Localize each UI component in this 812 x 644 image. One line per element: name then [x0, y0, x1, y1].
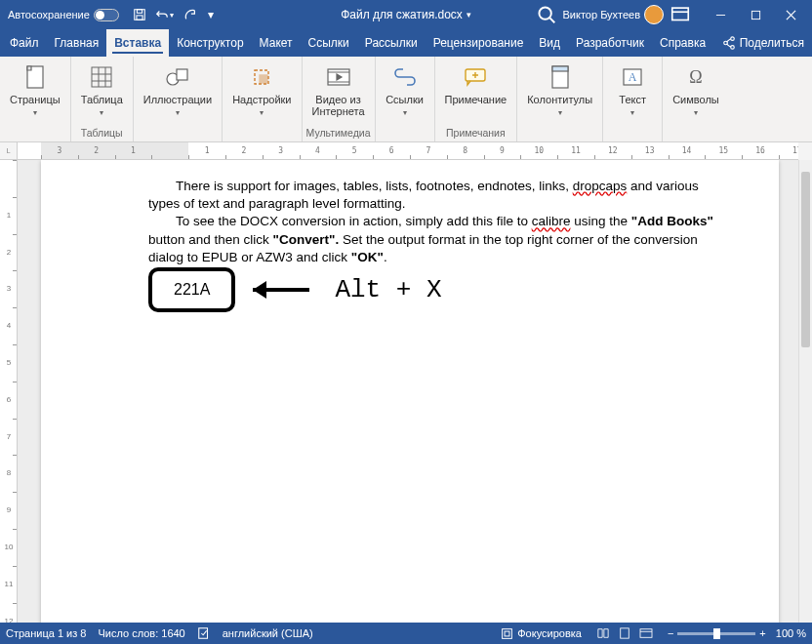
- status-proofing[interactable]: [197, 626, 211, 640]
- zoom-in-button[interactable]: +: [759, 627, 765, 639]
- autosave-label: Автосохранение: [8, 9, 90, 20]
- filename-text: Файл для сжатия.docx: [341, 8, 463, 21]
- print-layout-button[interactable]: [615, 624, 634, 642]
- textbox-icon: A: [618, 62, 647, 92]
- chevron-down-icon[interactable]: ▾: [467, 10, 471, 20]
- undo-button[interactable]: ▾: [154, 4, 176, 25]
- group-comments: Примечание Примечания: [435, 57, 518, 141]
- web-layout-button[interactable]: [636, 624, 656, 642]
- hotkey-label: Alt + X: [335, 275, 441, 304]
- maximize-button[interactable]: [738, 0, 773, 29]
- tab-help[interactable]: Справка: [652, 29, 713, 57]
- status-wordcount[interactable]: Число слов: 1640: [98, 627, 184, 639]
- avatar: [644, 5, 664, 24]
- svg-text:A: A: [629, 70, 637, 84]
- svg-rect-5: [751, 11, 759, 19]
- tab-developer[interactable]: Разработчик: [568, 29, 652, 57]
- tab-home[interactable]: Главная: [47, 29, 107, 57]
- table-button[interactable]: Таблица▾: [75, 60, 129, 117]
- header-icon: [546, 62, 575, 92]
- code-box: 221A: [148, 267, 235, 312]
- text-button[interactable]: A Текст▾: [607, 60, 658, 117]
- svg-text:Ω: Ω: [689, 67, 702, 87]
- toggle-off-icon[interactable]: [94, 9, 119, 21]
- ribbon-display-options-button[interactable]: [670, 4, 691, 25]
- annotation-overlay: 221A Alt + X: [148, 267, 442, 312]
- paragraph-1[interactable]: There is support for images, tables, lis…: [148, 178, 730, 213]
- focus-mode-button[interactable]: Фокусировка: [501, 627, 582, 640]
- arrow-icon: [251, 275, 319, 304]
- paragraph-2[interactable]: To see the DOCX conversion in action, si…: [148, 213, 730, 266]
- zoom-track[interactable]: [677, 632, 755, 635]
- tab-mailings[interactable]: Рассылки: [357, 29, 426, 57]
- zoom-slider[interactable]: − + 100 %: [668, 627, 806, 639]
- links-button[interactable]: Ссылки▾: [380, 60, 430, 117]
- shapes-icon: [163, 62, 192, 92]
- status-bar: Страница 1 из 8 Число слов: 1640 английс…: [0, 623, 812, 644]
- save-button[interactable]: [129, 4, 150, 25]
- user-account[interactable]: Виктор Бухтеев: [563, 5, 664, 24]
- tab-insert[interactable]: Вставка: [106, 29, 169, 57]
- tab-references[interactable]: Ссылки: [301, 29, 357, 57]
- close-button[interactable]: [773, 0, 808, 29]
- comment-icon: [461, 62, 490, 92]
- tab-review[interactable]: Рецензирование: [426, 29, 532, 57]
- page-canvas[interactable]: There is support for images, tables, lis…: [18, 160, 798, 623]
- user-name: Виктор Бухтеев: [563, 9, 640, 20]
- group-symbols: Ω Символы▾: [663, 57, 729, 141]
- headerfooter-button[interactable]: Колонтитулы▾: [521, 60, 598, 117]
- window-title[interactable]: Файл для сжатия.docx ▾: [341, 8, 471, 21]
- group-headerfooter: Колонтитулы▾: [517, 57, 603, 141]
- document-area: L 32112345678910111213141516171819 12345…: [0, 142, 812, 623]
- svg-rect-11: [260, 75, 267, 83]
- group-addins: Надстройки▾: [223, 57, 302, 141]
- ribbon: Страницы▾ Таблица▾ Таблицы Иллюстрации▾ …: [0, 57, 812, 142]
- video-icon: [324, 62, 353, 92]
- status-page[interactable]: Страница 1 из 8: [6, 627, 86, 639]
- group-media: Видео из Интернета Мультимедиа: [303, 57, 376, 141]
- ruler-corner[interactable]: L: [0, 142, 18, 160]
- svg-rect-0: [135, 10, 145, 20]
- redo-button[interactable]: [180, 4, 201, 25]
- link-icon: [390, 62, 420, 92]
- search-button[interactable]: [536, 4, 557, 25]
- group-pages: Страницы▾: [0, 57, 71, 141]
- comment-button[interactable]: Примечание: [439, 60, 513, 105]
- svg-point-3: [539, 7, 550, 19]
- addins-button[interactable]: Надстройки▾: [226, 60, 297, 117]
- minimize-button[interactable]: [703, 0, 738, 29]
- share-button[interactable]: Поделиться: [714, 29, 812, 57]
- pages-button[interactable]: Страницы▾: [4, 60, 66, 117]
- online-video-button[interactable]: Видео из Интернета: [306, 60, 371, 117]
- horizontal-ruler[interactable]: 32112345678910111213141516171819: [18, 142, 798, 160]
- read-mode-button[interactable]: [593, 624, 613, 642]
- group-text: A Текст▾: [603, 57, 663, 141]
- qat-dropdown[interactable]: ▾: [205, 4, 217, 25]
- tab-file[interactable]: Файл: [2, 29, 47, 57]
- tab-design[interactable]: Конструктор: [169, 29, 251, 57]
- addins-icon: [247, 62, 276, 92]
- document-page[interactable]: There is support for images, tables, lis…: [41, 160, 779, 623]
- group-tables: Таблица▾ Таблицы: [71, 57, 134, 141]
- tab-layout[interactable]: Макет: [252, 29, 301, 57]
- tab-view[interactable]: Вид: [531, 29, 568, 57]
- svg-rect-21: [505, 631, 509, 636]
- scrollbar-thumb[interactable]: [801, 172, 810, 347]
- illustrations-button[interactable]: Иллюстрации▾: [138, 60, 218, 117]
- svg-rect-15: [552, 66, 568, 71]
- symbols-button[interactable]: Ω Символы▾: [667, 60, 725, 117]
- autosave-toggle[interactable]: Автосохранение: [8, 9, 119, 21]
- svg-rect-7: [92, 67, 111, 87]
- svg-rect-4: [672, 8, 689, 20]
- vertical-scrollbar[interactable]: [798, 160, 812, 623]
- status-language[interactable]: английский (США): [223, 627, 313, 639]
- zoom-level[interactable]: 100 %: [776, 627, 806, 639]
- title-bar: Автосохранение ▾ ▾ Файл для сжатия.docx …: [0, 0, 812, 29]
- vertical-ruler[interactable]: 123456789101112: [0, 160, 18, 623]
- omega-icon: Ω: [681, 62, 710, 92]
- svg-rect-9: [177, 69, 187, 80]
- quick-access-toolbar: ▾ ▾: [129, 4, 217, 25]
- zoom-thumb[interactable]: [713, 628, 720, 639]
- svg-rect-23: [640, 629, 652, 638]
- zoom-out-button[interactable]: −: [668, 627, 673, 639]
